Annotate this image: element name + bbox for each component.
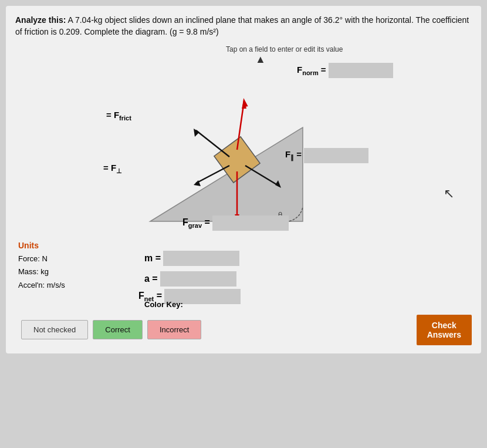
main-container: Analyze this: A 7.04-kg object slides do…: [6, 6, 481, 353]
units-section: Units Force: N Mass: kg Accel'n: m/s/s: [18, 239, 65, 292]
mass-text: m =: [144, 253, 161, 264]
ffrict-text: = Ffrict: [106, 110, 131, 122]
fnorm-label: Fnorm =: [297, 63, 393, 78]
svg-line-8: [196, 130, 229, 157]
cursor-arrow-icon: ↖: [444, 186, 454, 201]
problem-text: Analyze this: A 7.04-kg object slides do…: [15, 14, 472, 38]
accel-input[interactable]: [160, 271, 236, 287]
correct-button[interactable]: Correct: [93, 320, 143, 339]
accel-text: a =: [144, 274, 158, 284]
fgrav-subscript: grav: [188, 222, 202, 229]
fgrav-input[interactable]: [212, 215, 289, 231]
mass-input[interactable]: [163, 251, 239, 266]
fnorm-input[interactable]: [329, 63, 393, 78]
fi-input[interactable]: [304, 148, 368, 163]
color-key-row: Color Key:: [15, 297, 472, 312]
tap-arrow-icon: ▲: [255, 53, 266, 66]
fperp-label: = F⊥: [103, 163, 122, 175]
check-answers-button[interactable]: Check Answers: [417, 315, 472, 345]
ffrict-label: = Ffrict: [106, 110, 131, 122]
fi-label: F∥ =: [285, 148, 368, 163]
ffrict-subscript: frict: [119, 114, 131, 122]
tap-hint: Tap on a field to enter or edit its valu…: [226, 45, 343, 53]
fgrav-text: Fgrav =: [182, 217, 210, 229]
svg-marker-0: [150, 127, 303, 221]
fperp-subscript: ⊥: [116, 167, 122, 174]
fgrav-label: Fgrav =: [182, 215, 289, 231]
fi-text: F∥ =: [285, 149, 302, 161]
fnorm-subscript: norm: [302, 69, 319, 76]
fperp-text: = F⊥: [103, 163, 122, 175]
not-checked-button[interactable]: Not checked: [21, 320, 88, 339]
key-buttons-row: Not checked Correct Incorrect Check Answ…: [15, 312, 472, 348]
color-key-label: Color Key:: [144, 300, 183, 309]
svg-marker-9: [194, 129, 199, 137]
fnorm-text: Fnorm =: [297, 65, 326, 76]
bottom-section: Color Key: Not checked Correct Incorrect…: [15, 297, 472, 348]
incorrect-button[interactable]: Incorrect: [147, 320, 202, 339]
fi-subscript: ∥: [290, 154, 294, 161]
units-title: Units: [18, 239, 65, 253]
units-force: Force: N: [18, 252, 65, 265]
mass-label: m =: [144, 251, 239, 266]
diagram-area: Tap on a field to enter or edit its valu…: [15, 45, 472, 292]
problem-prefix: Analyze this:: [15, 15, 66, 25]
problem-body: A 7.04-kg object slides down an inclined…: [15, 15, 469, 36]
accel-label: a =: [144, 271, 236, 287]
units-mass: Mass: kg: [18, 265, 65, 278]
units-accel: Accel'n: m/s/s: [18, 279, 65, 292]
